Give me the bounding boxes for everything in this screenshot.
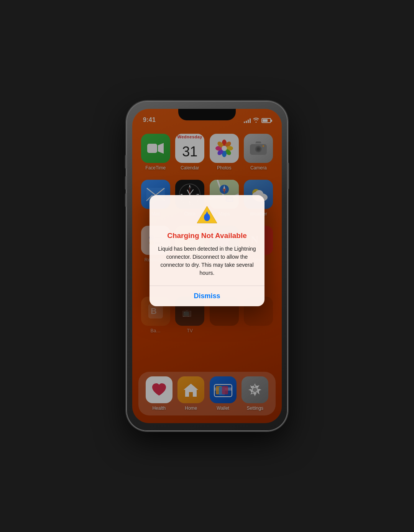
alert-message: Liquid has been detected in the Lightnin… bbox=[158, 245, 256, 277]
phone-screen: 9:41 bbox=[132, 109, 282, 423]
dismiss-button[interactable]: Dismiss bbox=[150, 286, 264, 306]
phone-frame: 9:41 bbox=[127, 101, 288, 431]
alert-title: Charging Not Available bbox=[158, 232, 256, 240]
alert-dialog: Charging Not Available Liquid has been d… bbox=[150, 195, 264, 306]
alert-overlay: Charging Not Available Liquid has been d… bbox=[132, 109, 282, 423]
alert-warning-icon bbox=[158, 205, 256, 227]
alert-content: Charging Not Available Liquid has been d… bbox=[150, 195, 264, 286]
